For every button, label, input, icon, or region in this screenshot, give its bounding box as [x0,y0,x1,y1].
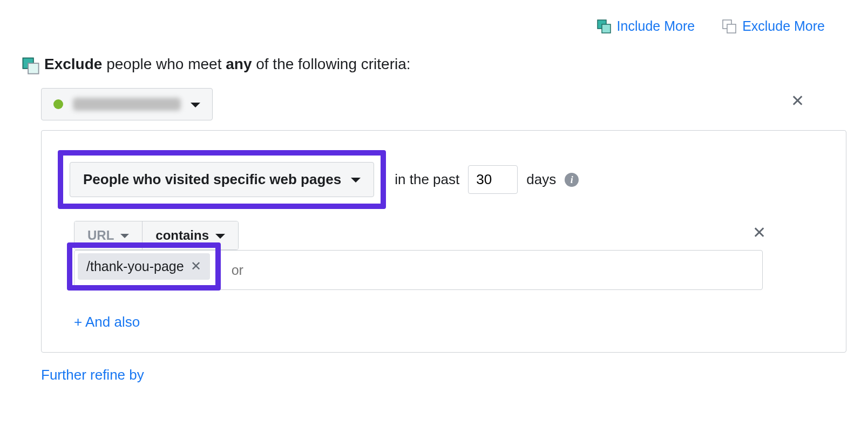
rule-type-dropdown[interactable]: People who visited specific web pages [70,162,374,197]
days-label: days [526,171,556,188]
info-icon[interactable]: i [565,173,579,187]
include-more-link[interactable]: Include More [596,18,695,34]
include-icon [596,19,612,34]
svg-rect-5 [28,63,38,73]
url-value-input[interactable] [230,262,284,279]
highlight-rule-type: People who visited specific web pages [58,150,386,209]
exclude-more-link[interactable]: Exclude More [722,18,825,34]
url-field-label: URL [87,228,114,243]
chevron-down-icon [351,178,361,183]
chevron-down-icon [120,234,129,238]
pixel-name-label [73,98,181,111]
exclude-icon [722,19,737,34]
exclude-text-1: people who meet [102,56,226,72]
and-also-link[interactable]: + And also [74,314,830,330]
chevron-down-icon [191,103,200,107]
pixel-status-dot-icon [53,99,63,109]
remove-url-rule-button[interactable]: ✕ [752,223,766,242]
exclude-any: any [226,56,252,72]
url-operator-label: contains [155,228,209,243]
url-values-input[interactable]: /thank-you-page ✕ [74,250,763,290]
in-the-past-label: in the past [395,171,459,188]
rule-type-label: People who visited specific web pages [83,171,341,188]
exclude-text-2: of the following criteria: [252,56,410,72]
criteria-box: People who visited specific web pages in… [41,130,846,353]
chevron-down-icon [215,234,225,239]
svg-rect-3 [727,24,736,33]
further-refine-link[interactable]: Further refine by [41,367,846,383]
exclude-more-label: Exclude More [742,18,825,34]
include-more-label: Include More [617,18,695,34]
remove-criteria-group-button[interactable]: ✕ [791,93,804,109]
remove-chip-button[interactable]: ✕ [191,259,201,274]
url-chip-label: /thank-you-page [86,259,184,274]
exclude-heading: Exclude people who meet any of the follo… [22,56,846,73]
highlight-url-chip: /thank-you-page ✕ [67,242,221,291]
days-input[interactable] [468,165,518,194]
pixel-source-dropdown[interactable] [41,88,213,120]
url-chip: /thank-you-page ✕ [78,253,210,280]
svg-rect-1 [602,24,611,33]
exclude-word: Exclude [44,56,102,72]
exclude-heading-icon [22,57,37,72]
